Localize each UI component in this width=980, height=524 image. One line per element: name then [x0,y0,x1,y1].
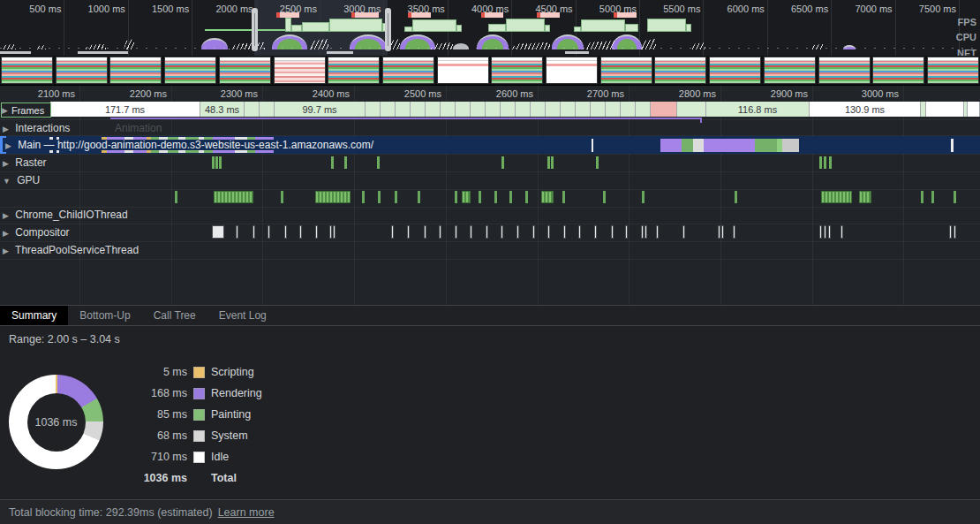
frame-duration-segment[interactable] [426,102,441,117]
filmstrip-screenshot[interactable] [382,57,434,84]
track-header-threadpoolservicethread[interactable]: ▶ ThreadPoolServiceThread [3,244,139,256]
compositor-event-bar[interactable] [819,225,822,239]
compositor-event-bar[interactable] [486,225,488,239]
main-event-block[interactable] [682,139,693,152]
gpu-event-bar[interactable] [954,191,956,203]
main-event-tick[interactable] [592,139,593,152]
expand-arrow-icon[interactable]: ▶ [3,229,9,238]
frame-duration-segment[interactable] [381,102,396,117]
collapse-arrow-icon[interactable]: ▼ [3,177,11,186]
compositor-event-bar[interactable] [212,225,224,239]
filmstrip-screenshot[interactable] [328,57,380,84]
compositor-event-bar[interactable] [439,225,441,239]
frame-duration-segment[interactable] [636,102,651,117]
compositor-event-bar[interactable] [236,225,238,239]
raster-event-bar[interactable] [596,156,599,169]
frame-duration-segment[interactable] [245,102,260,117]
gpu-event-bar[interactable] [642,191,645,203]
compositor-event-bar[interactable] [645,225,647,239]
compositor-event-bar[interactable] [547,225,550,239]
gpu-event-bar[interactable] [455,191,457,203]
gpu-event-bar[interactable] [494,191,497,203]
tab-event-log[interactable]: Event Log [207,306,278,325]
gpu-event-block[interactable] [821,191,852,203]
gpu-event-block[interactable] [859,191,871,203]
filmstrip-screenshot[interactable] [491,57,543,84]
gpu-event-bar[interactable] [525,191,528,203]
expand-arrow-icon[interactable]: ▶ [3,211,9,220]
track-header-gpu[interactable]: ▼ GPU [3,174,40,186]
frame-duration-segment[interactable] [501,102,516,117]
compositor-event-bar[interactable] [828,225,831,239]
compositor-event-bar[interactable] [718,225,720,239]
frame-duration-segment[interactable] [591,102,606,117]
compositor-event-bar[interactable] [532,225,535,239]
gpu-event-bar[interactable] [479,191,481,203]
raster-event-bar[interactable] [829,156,832,169]
filmstrip-screenshot[interactable] [164,57,216,84]
gpu-event-bar[interactable] [931,191,934,203]
gpu-event-block[interactable] [315,191,351,203]
gpu-event-bar[interactable] [418,191,420,203]
compositor-event-bar[interactable] [501,225,503,239]
frame-duration-segment[interactable] [546,102,561,117]
filmstrip-screenshot[interactable] [546,57,598,84]
compositor-event-bar[interactable] [470,225,472,239]
compositor-event-bar[interactable] [455,225,457,239]
expand-arrow-icon[interactable]: ▶ [3,125,9,133]
frame-duration-segment[interactable] [411,102,426,117]
animation-timeline-bar[interactable] [110,118,702,119]
gpu-event-block[interactable] [462,191,471,203]
compositor-event-bar[interactable] [516,225,519,239]
raster-event-bar[interactable] [344,156,347,169]
compositor-event-bar[interactable] [333,225,335,239]
gpu-event-block[interactable] [214,191,253,203]
selection-handle-left[interactable] [252,8,258,51]
frame-duration-segment[interactable] [621,102,636,117]
filmstrip-screenshot[interactable] [56,57,108,84]
gpu-event-bar[interactable] [562,191,565,203]
compositor-event-bar[interactable] [268,225,270,239]
track-header-frames[interactable]: ▶ Frames [1,103,51,118]
frame-duration-segment[interactable]: 116.8 ms [706,102,810,117]
raster-event-bar[interactable] [824,156,826,169]
raster-event-bar[interactable] [219,156,222,169]
gpu-event-bar[interactable] [378,191,381,203]
gpu-event-bar[interactable] [281,191,283,203]
frame-duration-segment[interactable]: 48.3 ms [200,102,245,117]
frame-duration-segment[interactable] [486,102,501,117]
main-event-block[interactable] [782,139,799,152]
filmstrip-screenshot[interactable] [927,57,979,84]
tab-bottom-up[interactable]: Bottom-Up [68,306,141,325]
frame-duration-segment[interactable] [396,102,411,117]
raster-event-bar[interactable] [215,156,218,169]
compositor-event-bar[interactable] [284,225,287,239]
compositor-event-bar[interactable] [682,225,685,239]
raster-event-bar[interactable] [212,156,215,169]
frame-duration-segment[interactable] [926,102,964,117]
gpu-event-bar[interactable] [509,191,512,203]
filmstrip-screenshot[interactable] [1,57,53,84]
frame-duration-segment[interactable] [441,102,456,117]
raster-event-bar[interactable] [819,156,822,169]
track-header-chrome-childiothread[interactable]: ▶ Chrome_ChildIOThread [3,209,128,221]
frame-duration-segment[interactable]: 130.9 ms [810,102,921,117]
raster-event-bar[interactable] [501,156,504,169]
frame-duration-segment[interactable] [516,102,531,117]
gpu-event-bar[interactable] [395,191,397,203]
frame-duration-segment[interactable] [471,102,486,117]
tab-summary[interactable]: Summary [0,306,68,325]
compositor-event-bar[interactable] [954,225,956,239]
compositor-event-bar[interactable] [315,225,318,239]
gpu-event-bar[interactable] [175,191,177,203]
expand-arrow-icon[interactable]: ▶ [3,247,9,255]
main-thread-track-selected[interactable]: ▶ Main — http://good-animation-demo.s3-w… [0,136,980,154]
filmstrip-screenshot[interactable] [109,57,162,84]
compositor-event-bar[interactable] [407,225,410,239]
frame-duration-segment[interactable] [366,102,381,117]
compositor-event-bar[interactable] [424,225,426,239]
compositor-event-bar[interactable] [841,225,843,239]
filmstrip-screenshot[interactable] [764,57,816,84]
compositor-event-bar[interactable] [721,225,724,239]
raster-event-bar[interactable] [551,156,554,169]
